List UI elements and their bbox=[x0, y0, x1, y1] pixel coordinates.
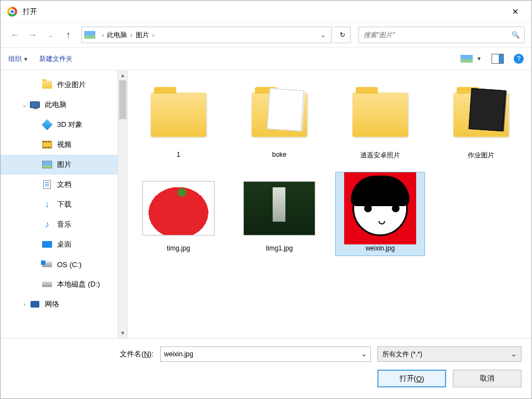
forward-button[interactable]: → bbox=[25, 27, 40, 43]
cancel-button[interactable]: 取消 bbox=[453, 370, 521, 387]
view-mode-button[interactable]: ▼ bbox=[461, 55, 482, 63]
sidebar: 作业图片 ⌄ 此电脑 3D 对象 视频 bbox=[1, 70, 128, 338]
sidebar-item-label: 图片 bbox=[57, 160, 71, 170]
chevron-right-icon: › bbox=[102, 32, 104, 38]
sidebar-item-videos[interactable]: 视频 bbox=[1, 135, 117, 155]
desktop-icon bbox=[42, 239, 53, 249]
breadcrumb-this-pc[interactable]: 此电脑 bbox=[107, 30, 127, 40]
sidebar-item-label: 桌面 bbox=[57, 239, 71, 249]
scroll-down-icon[interactable]: ▼ bbox=[118, 328, 127, 338]
item-label: timg.jpg bbox=[167, 244, 190, 252]
filetype-label: 所有文件 (*.*) bbox=[382, 350, 422, 359]
sidebar-item-3d-objects[interactable]: 3D 对象 bbox=[1, 115, 117, 135]
sidebar-item-label: 本地磁盘 (D:) bbox=[57, 279, 100, 289]
scroll-thumb[interactable] bbox=[119, 80, 126, 119]
sidebar-item-label: 视频 bbox=[57, 140, 71, 150]
file-grid[interactable]: 1 boke 逍遥安卓照片 作业图片 timg.jpg bbox=[128, 70, 531, 338]
chevron-down-icon[interactable]: ⌄ bbox=[361, 350, 367, 358]
filename-input[interactable]: weixin.jpg ⌄ bbox=[160, 346, 371, 362]
grid-item-image[interactable]: timg.jpg bbox=[134, 172, 223, 256]
filetype-select[interactable]: 所有文件 (*.*) ⌄ bbox=[377, 346, 521, 362]
sidebar-item-label: 音乐 bbox=[57, 219, 71, 229]
collapse-icon[interactable]: ⌄ bbox=[19, 102, 29, 108]
grid-item-image[interactable]: weixin.jpg bbox=[335, 172, 425, 256]
recent-button[interactable]: ⌄ bbox=[43, 27, 58, 43]
image-thumbnail bbox=[243, 181, 315, 236]
nav-row: ← → ⌄ ↑ › 此电脑 › 图片 › ⌄ ↻ 🔍 bbox=[1, 23, 531, 47]
drive-icon bbox=[42, 279, 53, 289]
cube-icon bbox=[42, 120, 53, 130]
chevron-down-icon: ⌄ bbox=[511, 350, 516, 358]
music-icon bbox=[42, 219, 53, 229]
folder-icon bbox=[151, 93, 206, 137]
sidebar-item-label: OS (C:) bbox=[57, 260, 81, 269]
sidebar-item-pictures[interactable]: 图片 bbox=[1, 155, 117, 175]
item-label: weixin.jpg bbox=[366, 244, 395, 252]
chrome-icon bbox=[7, 7, 17, 17]
grid-item-folder[interactable]: 逍遥安卓照片 bbox=[335, 78, 425, 164]
breadcrumb-pictures[interactable]: 图片 bbox=[136, 30, 149, 40]
organize-button[interactable]: 组织▼ bbox=[8, 54, 28, 64]
open-button[interactable]: 打开(O) bbox=[377, 370, 446, 387]
search-icon[interactable]: 🔍 bbox=[511, 31, 520, 39]
folder-icon bbox=[352, 93, 408, 137]
back-button[interactable]: ← bbox=[7, 27, 23, 43]
sidebar-item-homework-pics[interactable]: 作业图片 bbox=[1, 75, 117, 95]
pc-icon bbox=[29, 100, 40, 110]
new-folder-button[interactable]: 新建文件夹 bbox=[39, 54, 73, 64]
chevron-right-icon: › bbox=[152, 32, 154, 38]
sidebar-item-music[interactable]: 音乐 bbox=[1, 214, 117, 234]
sidebar-item-label: 作业图片 bbox=[57, 80, 86, 90]
sidebar-item-downloads[interactable]: 下载 bbox=[1, 195, 117, 214]
item-label: timg1.jpg bbox=[266, 244, 293, 252]
sidebar-item-label: 此电脑 bbox=[45, 100, 66, 110]
address-dropdown[interactable]: ⌄ bbox=[317, 31, 329, 39]
drive-icon bbox=[42, 259, 53, 269]
pictures-icon bbox=[84, 31, 95, 39]
image-thumbnail bbox=[142, 181, 214, 236]
grid-item-folder[interactable]: boke bbox=[234, 78, 324, 164]
item-label: 作业图片 bbox=[468, 151, 494, 160]
sidebar-item-label: 3D 对象 bbox=[57, 120, 83, 130]
sidebar-item-this-pc[interactable]: ⌄ 此电脑 bbox=[1, 95, 117, 115]
sidebar-item-drive-d[interactable]: 本地磁盘 (D:) bbox=[1, 274, 117, 294]
up-button[interactable]: ↑ bbox=[60, 27, 76, 43]
filename-label: 文件名(N): bbox=[120, 349, 154, 359]
sidebar-item-network[interactable]: › 网络 bbox=[1, 294, 117, 314]
chevron-down-icon: ▼ bbox=[23, 57, 28, 62]
dialog-footer: 文件名(N): weixin.jpg ⌄ 所有文件 (*.*) ⌄ 打开(O) … bbox=[1, 338, 531, 398]
sidebar-scrollbar[interactable]: ▲ ▼ bbox=[117, 70, 127, 338]
item-label: 1 bbox=[177, 151, 181, 158]
video-icon bbox=[42, 140, 53, 150]
network-icon bbox=[29, 299, 40, 309]
refresh-button[interactable]: ↻ bbox=[334, 27, 351, 43]
sidebar-item-label: 文档 bbox=[57, 180, 71, 190]
scroll-up-icon[interactable]: ▲ bbox=[118, 70, 127, 80]
grid-item-folder[interactable]: 作业图片 bbox=[436, 78, 526, 164]
sidebar-item-desktop[interactable]: 桌面 bbox=[1, 234, 117, 254]
pictures-icon bbox=[461, 55, 473, 63]
dialog-title: 打开 bbox=[23, 7, 37, 17]
nav-tree: 作业图片 ⌄ 此电脑 3D 对象 视频 bbox=[1, 70, 117, 319]
organize-label: 组织 bbox=[8, 55, 22, 63]
download-icon bbox=[42, 200, 53, 209]
grid-item-folder[interactable]: 1 bbox=[134, 78, 223, 164]
pictures-icon bbox=[42, 160, 53, 170]
expand-icon[interactable]: › bbox=[19, 301, 29, 308]
toolbar: 组织▼ 新建文件夹 ▼ ? bbox=[1, 47, 531, 70]
preview-pane-button[interactable] bbox=[492, 54, 504, 64]
search-input[interactable] bbox=[364, 31, 511, 39]
item-label: boke bbox=[272, 151, 287, 158]
close-button[interactable]: ✕ bbox=[503, 1, 528, 22]
chevron-right-icon: › bbox=[130, 32, 132, 38]
open-dialog: 打开 ✕ ← → ⌄ ↑ › 此电脑 › 图片 › ⌄ ↻ 🔍 组织▼ 新建文件… bbox=[0, 0, 532, 399]
address-bar[interactable]: › 此电脑 › 图片 › ⌄ bbox=[81, 27, 332, 43]
grid-item-image[interactable]: timg1.jpg bbox=[234, 172, 324, 256]
sidebar-item-documents[interactable]: 文档 bbox=[1, 175, 117, 195]
sidebar-item-drive-c[interactable]: OS (C:) bbox=[1, 254, 117, 274]
item-label: 逍遥安卓照片 bbox=[360, 151, 400, 160]
image-thumbnail bbox=[344, 172, 416, 244]
search-box[interactable]: 🔍 bbox=[359, 27, 525, 43]
help-button[interactable]: ? bbox=[514, 54, 524, 64]
sidebar-item-label: 网络 bbox=[45, 299, 59, 309]
